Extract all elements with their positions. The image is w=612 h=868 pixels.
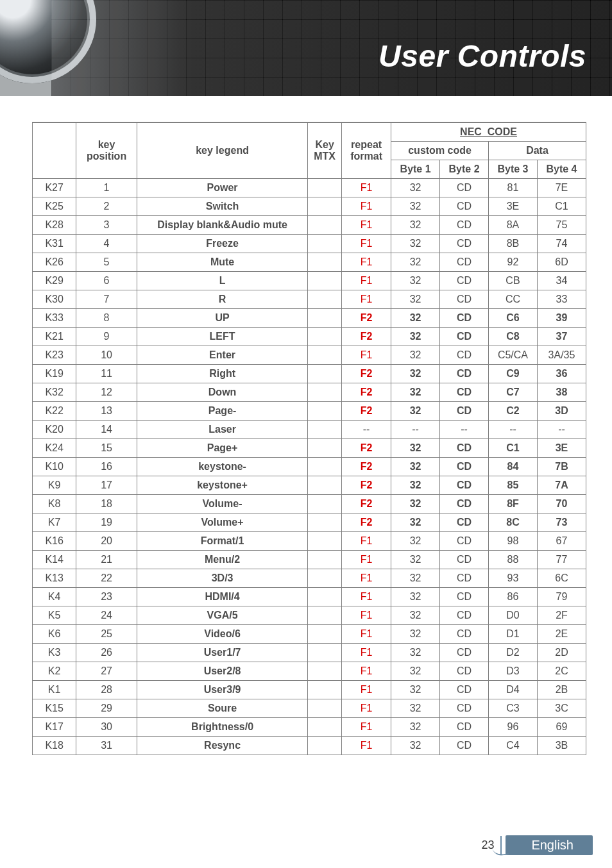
cell-id: K13 [33, 569, 76, 588]
table-row: K2213Page-F232CDC23D [33, 402, 586, 421]
cell-b3: -- [489, 421, 538, 439]
table-row: K307RF132CDCC33 [33, 290, 586, 309]
cell-b2: CD [440, 681, 489, 699]
cell-text: Switch [206, 201, 239, 212]
cell-b1: 32 [391, 179, 440, 197]
cell-pos: 7 [76, 290, 137, 309]
cell-pos: 4 [76, 235, 137, 253]
cell-b2: CD [440, 235, 489, 253]
cell-b1: 32 [391, 365, 440, 383]
cell-rf: F1 [342, 681, 391, 699]
cell-b3: C6 [489, 309, 538, 328]
cell-b3: 8B [489, 235, 538, 253]
cell-legend: Display blank&Audio mute [137, 216, 307, 235]
cell-text: 11 [101, 368, 112, 379]
cell-text: K4 [48, 591, 61, 602]
cell-text: F1 [361, 535, 373, 546]
cell-text: 6 [104, 275, 110, 286]
cell-text: 15 [101, 442, 112, 453]
cell-text: 32 [410, 554, 421, 565]
cell-b4: 3D [537, 402, 586, 421]
cell-b3: 96 [489, 718, 538, 737]
cell-text: keystone- [198, 461, 246, 472]
cell-text: 32 [410, 238, 421, 249]
cell-rf: F1 [342, 197, 391, 216]
cell-text: Display blank&Audio mute [157, 219, 287, 230]
cell-text: CD [457, 238, 472, 249]
cell-id: K27 [33, 179, 76, 197]
cell-text: 2F [556, 610, 568, 621]
cell-text: 81 [507, 182, 519, 193]
cell-text: 98 [507, 535, 519, 546]
cell-id: K15 [33, 699, 76, 718]
cell-id: K19 [33, 365, 76, 383]
cell-mtx [308, 476, 342, 495]
cell-b1: 32 [391, 346, 440, 365]
cell-text: Soure [208, 703, 237, 714]
cell-rf: F1 [342, 216, 391, 235]
cell-text: 32 [410, 628, 421, 639]
cell-pos: 20 [76, 532, 137, 551]
cell-text: CD [457, 517, 472, 528]
cell-text: F1 [361, 740, 373, 751]
cell-text: D2 [506, 647, 519, 658]
cell-text: 32 [410, 461, 421, 472]
table-row: K3212DownF232CDC738 [33, 383, 586, 402]
cell-text: F1 [361, 182, 373, 193]
cell-text: 32 [410, 572, 421, 583]
table-row: K2014Laser---------- [33, 421, 586, 439]
cell-b2: CD [440, 402, 489, 421]
cell-text: F1 [361, 256, 373, 267]
cell-text: F1 [361, 349, 373, 360]
cell-text: 32 [410, 740, 421, 751]
cell-b3: D2 [489, 644, 538, 662]
cell-b1: 32 [391, 718, 440, 737]
cell-text: K20 [45, 424, 63, 435]
cell-text: 3C [555, 703, 568, 714]
cell-text: F2 [361, 517, 373, 528]
cell-legend: Power [137, 179, 307, 197]
cell-b3: 84 [489, 458, 538, 476]
cell-text: Freeze [206, 238, 239, 249]
cell-legend: keystone+ [137, 476, 307, 495]
cell-b4: 70 [537, 495, 586, 513]
cell-pos: 30 [76, 718, 137, 737]
cell-text: C4 [506, 740, 519, 751]
cell-text: CD [457, 740, 472, 751]
cell-text: 75 [556, 219, 568, 230]
cell-text: 2D [555, 647, 568, 658]
cell-text: 70 [556, 498, 568, 509]
cell-b3: 8F [489, 495, 538, 513]
cell-text: 18 [101, 498, 112, 509]
cell-b4: 2E [537, 625, 586, 644]
cell-rf: F1 [342, 272, 391, 290]
cell-b4: 67 [537, 532, 586, 551]
cell-text: K8 [48, 498, 61, 509]
cell-rf: F1 [342, 569, 391, 588]
cell-legend: User2/8 [137, 662, 307, 681]
cell-text: CD [457, 256, 472, 267]
cell-b1: 32 [391, 235, 440, 253]
cell-b2: CD [440, 197, 489, 216]
cell-id: K22 [33, 402, 76, 421]
cell-mtx [308, 718, 342, 737]
cell-b3: C2 [489, 402, 538, 421]
cell-rf: F1 [342, 625, 391, 644]
cell-mtx [308, 309, 342, 328]
cell-id: K32 [33, 383, 76, 402]
cell-text: 2B [556, 684, 568, 695]
cell-legend: Brightness/0 [137, 718, 307, 737]
cell-text: F1 [361, 572, 373, 583]
cell-mtx [308, 402, 342, 421]
cell-rf: F1 [342, 588, 391, 606]
cell-b4: 36 [537, 365, 586, 383]
cell-text: CD [457, 535, 472, 546]
cell-text: K27 [45, 182, 63, 193]
cell-text: K3 [48, 647, 61, 658]
table-row: K1016keystone-F232CD847B [33, 458, 586, 476]
cell-b2: CD [440, 588, 489, 606]
cell-rf: F2 [342, 328, 391, 346]
cell-text: 32 [410, 721, 421, 732]
cell-mtx [308, 253, 342, 272]
cell-b2: CD [440, 606, 489, 625]
